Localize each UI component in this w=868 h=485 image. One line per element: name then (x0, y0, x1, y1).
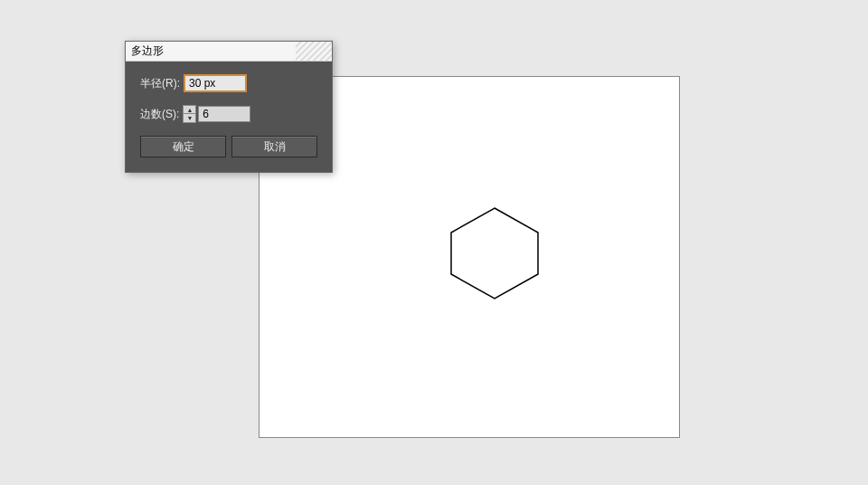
sides-input[interactable] (198, 106, 250, 122)
dialog-titlebar[interactable]: 多边形 (126, 42, 332, 62)
dialog-title: 多边形 (131, 43, 164, 59)
radius-input[interactable] (184, 74, 247, 92)
cancel-button[interactable]: 取消 (231, 136, 317, 157)
step-down-button[interactable]: ▼ (184, 114, 195, 122)
sides-label: 边数(S): (140, 107, 179, 122)
polygon-dialog: 多边形 半径(R): 边数(S): ▲ ▼ 确定 取消 (125, 41, 333, 173)
polygon-shape (440, 204, 549, 303)
sides-stepper: ▲ ▼ (183, 105, 250, 123)
step-up-button[interactable]: ▲ (184, 106, 195, 114)
sides-field-row: 边数(S): ▲ ▼ (140, 105, 317, 123)
svg-marker-0 (451, 208, 538, 299)
dialog-body: 半径(R): 边数(S): ▲ ▼ 确定 取消 (126, 62, 332, 172)
radius-label: 半径(R): (140, 76, 180, 91)
stepper-buttons: ▲ ▼ (183, 105, 196, 123)
dialog-button-row: 确定 取消 (140, 136, 317, 157)
ok-button[interactable]: 确定 (140, 136, 226, 157)
radius-field-row: 半径(R): (140, 74, 317, 92)
